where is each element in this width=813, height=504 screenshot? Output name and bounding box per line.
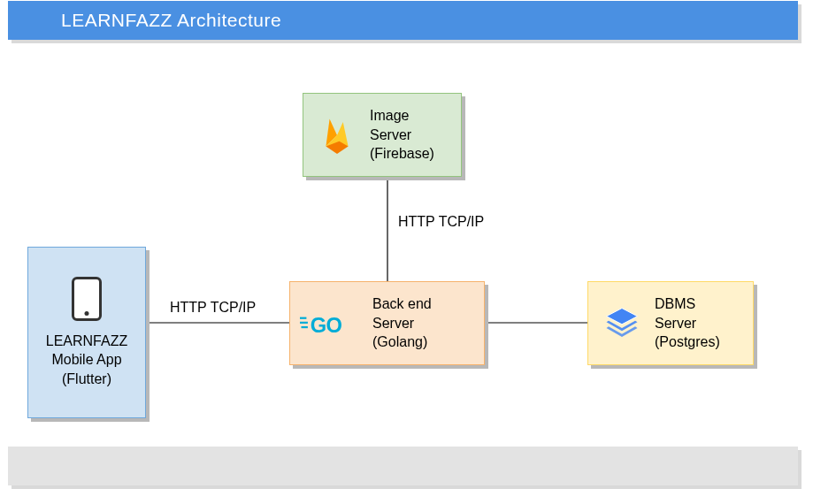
edge-label-image-backend: HTTP TCP/IP xyxy=(398,214,484,230)
dbms-label: DBMS Server (Postgres) xyxy=(655,294,720,352)
svg-marker-7 xyxy=(606,308,637,324)
svg-text:GO: GO xyxy=(310,313,341,336)
image-line2: Server xyxy=(370,127,411,142)
edge-label-mobile-backend: HTTP TCP/IP xyxy=(170,300,256,316)
image-line3: (Firebase) xyxy=(370,146,434,161)
image-line1: Image xyxy=(370,108,409,123)
mobile-label: LEARNFAZZ Mobile App (Flutter) xyxy=(46,332,127,389)
svg-rect-4 xyxy=(300,321,308,323)
svg-rect-5 xyxy=(301,325,307,327)
node-image: Image Server (Firebase) xyxy=(303,93,462,177)
backend-line1: Back end xyxy=(372,296,432,311)
dbms-line3: (Postgres) xyxy=(655,334,720,349)
footer-bar xyxy=(8,447,798,485)
backend-line3: (Golang) xyxy=(372,334,427,349)
mobile-line2: Mobile App xyxy=(51,352,121,367)
image-label: Image Server (Firebase) xyxy=(370,106,434,164)
svg-rect-3 xyxy=(300,317,306,318)
go-icon: GO xyxy=(299,309,365,339)
mobile-line3: (Flutter) xyxy=(62,371,111,386)
page-title: LEARNFAZZ Architecture xyxy=(8,1,798,40)
mobile-line1: LEARNFAZZ xyxy=(46,333,127,348)
firebase-icon xyxy=(312,112,361,158)
backend-line2: Server xyxy=(372,316,414,331)
backend-label: Back end Server (Golang) xyxy=(372,294,432,352)
phone-icon xyxy=(72,277,102,321)
node-mobile: LEARNFAZZ Mobile App (Flutter) xyxy=(27,247,146,418)
dbms-line1: DBMS xyxy=(655,296,695,311)
dbms-line2: Server xyxy=(655,316,696,331)
node-dbms: DBMS Server (Postgres) xyxy=(587,281,754,365)
stack-icon xyxy=(597,306,646,341)
diagram-canvas: LEARNFAZZ Architecture HTTP TCP/IP HTTP … xyxy=(0,0,813,504)
node-backend: GO Back end Server (Golang) xyxy=(289,281,485,365)
